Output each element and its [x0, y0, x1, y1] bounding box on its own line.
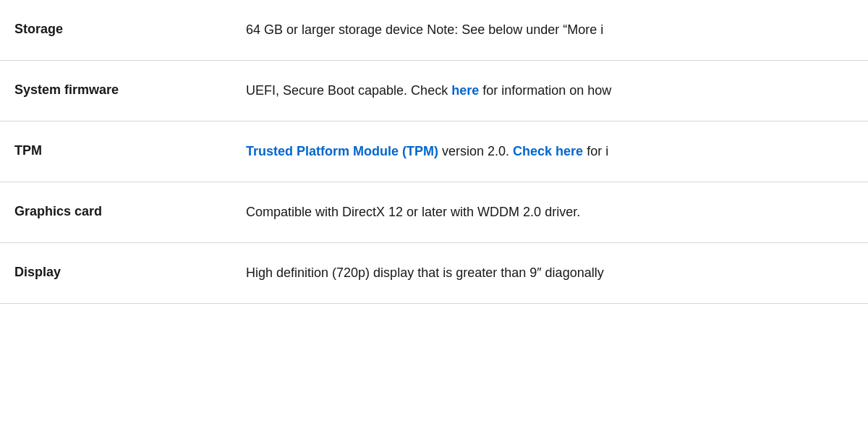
tpm-check-here-link[interactable]: Check here	[513, 144, 583, 158]
tpm-label: TPM	[14, 142, 246, 158]
tpm-module-link[interactable]: Trusted Platform Module (TPM)	[246, 144, 438, 158]
requirements-table: Storage 64 GB or larger storage device N…	[0, 0, 868, 304]
display-label: Display	[14, 263, 246, 280]
tpm-value: Trusted Platform Module (TPM) version 2.…	[246, 142, 854, 161]
tpm-version-text: version 2.0.	[438, 144, 513, 158]
system-firmware-text-after: for information on how	[479, 83, 611, 98]
storage-label: Storage	[14, 20, 246, 37]
system-firmware-label: System firmware	[14, 81, 246, 98]
tpm-row: TPM Trusted Platform Module (TPM) versio…	[0, 122, 868, 182]
graphics-card-label: Graphics card	[14, 203, 246, 219]
system-firmware-value: UEFI, Secure Boot capable. Check here fo…	[246, 81, 854, 101]
system-firmware-row: System firmware UEFI, Secure Boot capabl…	[0, 61, 868, 122]
system-firmware-text-before: UEFI, Secure Boot capable. Check	[246, 83, 451, 98]
storage-value: 64 GB or larger storage device Note: See…	[246, 20, 854, 40]
display-value: High definition (720p) display that is g…	[246, 263, 854, 283]
graphics-card-value: Compatible with DirectX 12 or later with…	[246, 203, 854, 222]
graphics-card-row: Graphics card Compatible with DirectX 12…	[0, 182, 868, 243]
storage-row: Storage 64 GB or larger storage device N…	[0, 0, 868, 61]
display-row: Display High definition (720p) display t…	[0, 243, 868, 304]
tpm-text-after: for i	[583, 144, 608, 158]
system-firmware-here-link[interactable]: here	[451, 83, 479, 98]
